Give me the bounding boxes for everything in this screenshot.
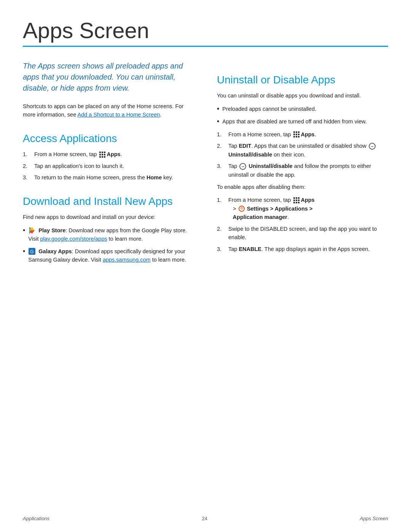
uninstall-step-2: 2. Tap EDIT. Apps that can be uninstalle… [217, 142, 388, 159]
access-step-1: 1. From a Home screen, tap Apps. [23, 150, 194, 158]
download-intro: Find new apps to download and install on… [23, 213, 194, 221]
enable-step-3: 3. Tap ENABLE. The app displays again in… [217, 245, 388, 253]
shortcuts-period: . [160, 112, 161, 118]
samsung-apps-link[interactable]: apps.samsung.com [103, 257, 151, 263]
galaxy-apps-icon: G [28, 248, 36, 255]
uninstall-step-3: 3. Tap − Uninstall/disable and follow th… [217, 162, 388, 179]
settings-gear-icon: ⚙ [239, 206, 245, 212]
title-divider [23, 46, 388, 47]
uninstall-steps-list: 1. From a Home screen, tap Apps. 2. Tap … [217, 130, 388, 179]
access-step-3: 3. To return to the main Home screen, pr… [23, 173, 194, 182]
main-content: The Apps screen shows all preloaded apps… [23, 61, 388, 268]
shortcuts-text: Shortcuts to apps can be placed on any o… [23, 102, 194, 119]
galaxy-apps-label: Galaxy Apps [38, 248, 72, 254]
play-store-label: Play Store [38, 227, 65, 233]
uninstall-bullets: • Preloaded apps cannot be uninstalled. … [217, 105, 388, 126]
apps-grid-icon-1 [99, 151, 106, 158]
intro-text: The Apps screen shows all preloaded apps… [23, 61, 194, 94]
uninstall-step-1: 1. From a Home screen, tap Apps. [217, 130, 388, 139]
page-title: Apps Screen [23, 18, 388, 43]
uninstall-bullet-1: • Preloaded apps cannot be uninstalled. [217, 105, 388, 113]
uninstall-badge-icon-2: − [239, 163, 246, 170]
enable-apps-note: To enable apps after disabling them: [217, 183, 388, 191]
play-store-link[interactable]: play.google.com/store/apps [40, 236, 107, 242]
download-bullets: • Play Store: Download new apps from the… [23, 226, 194, 264]
play-store-item: • Play Store: Download new apps from the… [23, 226, 194, 243]
uninstall-badge-icon: − [369, 143, 376, 150]
enable-step-2: 2. Swipe to the DISABLED screen, and tap… [217, 225, 388, 242]
galaxy-apps-item: • G Galaxy Apps: Download apps specifica… [23, 247, 194, 264]
footer-page-number: 24 [202, 516, 207, 521]
apps-grid-icon-3 [293, 197, 300, 204]
page: Apps Screen The Apps screen shows all pr… [0, 0, 411, 532]
access-applications-heading: Access Applications [23, 132, 194, 145]
uninstall-bullet-2: • Apps that are disabled are turned off … [217, 117, 388, 126]
uninstall-heading: Uninstall or Disable Apps [217, 73, 388, 86]
svg-text:G: G [30, 249, 34, 254]
right-column: Uninstall or Disable Apps You can uninst… [217, 61, 388, 268]
download-heading: Download and Install New Apps [23, 195, 194, 208]
footer-left: Applications [23, 516, 49, 521]
enable-step-1: 1. From a Home screen, tap Apps > ⚙ Sett… [217, 196, 388, 221]
apps-grid-icon-2 [293, 131, 300, 138]
left-column: The Apps screen shows all preloaded apps… [23, 61, 194, 268]
access-step-2: 2. Tap an application's icon to launch i… [23, 162, 194, 170]
footer-right: Apps Screen [360, 516, 388, 521]
play-store-icon [28, 227, 36, 234]
uninstall-intro: You can uninstall or disable apps you do… [217, 91, 388, 100]
enable-steps-list: 1. From a Home screen, tap Apps > ⚙ Sett… [217, 196, 388, 253]
shortcuts-link[interactable]: Add a Shortcut to a Home Screen [77, 112, 160, 118]
page-footer: Applications 24 Apps Screen [23, 516, 388, 521]
access-steps-list: 1. From a Home screen, tap Apps. 2. Tap … [23, 150, 194, 182]
